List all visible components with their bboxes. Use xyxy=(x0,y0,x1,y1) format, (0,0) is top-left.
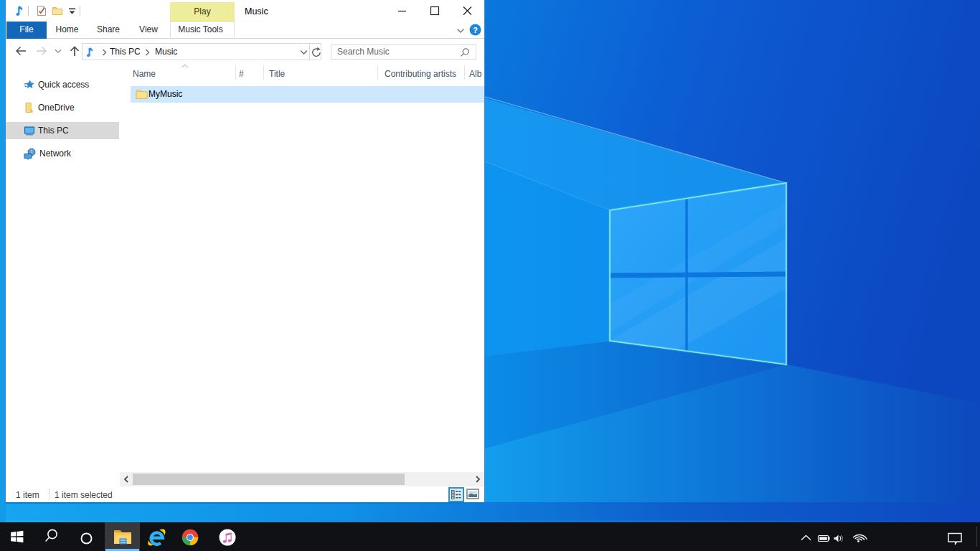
svg-text:?: ? xyxy=(473,26,478,34)
